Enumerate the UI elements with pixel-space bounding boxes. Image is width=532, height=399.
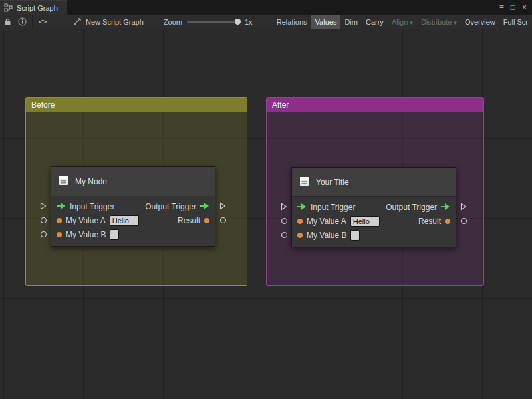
value-port-icon[interactable] bbox=[57, 218, 62, 223]
trigger-input-port[interactable] bbox=[39, 202, 47, 210]
window-close-icon[interactable]: × bbox=[522, 3, 527, 12]
port-row: My Value B bbox=[51, 227, 215, 241]
port-row: Input Trigger Output Trigger bbox=[51, 200, 215, 213]
graph-toolbar: <> New Script Graph Zoom 1x Relations Va… bbox=[0, 15, 532, 29]
port-row: My Value A Result bbox=[292, 214, 456, 228]
port-label: My Value A bbox=[307, 217, 346, 226]
trigger-output-port[interactable] bbox=[219, 202, 227, 210]
trigger-arrow-icon[interactable] bbox=[57, 202, 66, 211]
port-label: Input Trigger bbox=[311, 203, 355, 212]
value-port-icon[interactable] bbox=[57, 232, 62, 237]
chevron-down-icon: ▾ bbox=[454, 19, 457, 26]
new-script-graph-label: New Script Graph bbox=[86, 18, 144, 26]
tab-script-graph[interactable]: Script Graph bbox=[0, 0, 67, 15]
group-after-header[interactable]: After bbox=[267, 98, 483, 112]
group-before-header[interactable]: Before bbox=[26, 98, 247, 112]
window-maximize-icon[interactable]: □ bbox=[511, 3, 515, 12]
tab-bar: Script Graph ≡ □ × bbox=[0, 0, 532, 15]
overview-button[interactable]: Overview bbox=[461, 15, 499, 29]
trigger-arrow-icon[interactable] bbox=[297, 203, 307, 212]
fullscreen-button[interactable]: Full Scr bbox=[499, 15, 532, 29]
toolbar-separator bbox=[53, 15, 53, 29]
node-body: Input Trigger Output Trigger My Value A bbox=[51, 196, 215, 246]
port-label: My Value B bbox=[66, 230, 106, 239]
trigger-output-port[interactable] bbox=[460, 203, 467, 211]
zoom-slider-thumb[interactable] bbox=[235, 19, 241, 25]
value-input-port[interactable] bbox=[39, 230, 47, 238]
relations-button[interactable]: Relations bbox=[273, 15, 311, 29]
carry-button[interactable]: Carry bbox=[362, 15, 388, 29]
chevron-down-icon: ▾ bbox=[410, 19, 413, 26]
value-a-field[interactable] bbox=[110, 215, 139, 226]
zoom-value: 1x bbox=[245, 18, 253, 26]
trigger-input-port[interactable] bbox=[280, 203, 288, 211]
distribute-dropdown: Distribute▾ bbox=[417, 15, 461, 29]
zoom-label: Zoom bbox=[164, 18, 182, 26]
port-label: My Value B bbox=[307, 231, 346, 240]
value-input-port[interactable] bbox=[280, 217, 288, 225]
port-label: Input Trigger bbox=[70, 202, 114, 211]
toolbar-separator bbox=[32, 15, 33, 29]
node-header[interactable]: My Node bbox=[51, 167, 215, 196]
trigger-arrow-icon[interactable] bbox=[200, 202, 209, 211]
window-controls: ≡ □ × bbox=[499, 0, 532, 15]
port-label: Output Trigger bbox=[386, 203, 437, 212]
script-graph-tab-icon bbox=[4, 3, 13, 12]
new-script-graph-field[interactable]: New Script Graph bbox=[73, 17, 144, 27]
script-graph-asset-icon bbox=[73, 17, 82, 27]
value-a-field[interactable] bbox=[350, 216, 380, 227]
group-title: Before bbox=[31, 100, 55, 110]
values-button[interactable]: Values bbox=[311, 15, 341, 29]
value-b-field[interactable] bbox=[110, 229, 119, 240]
trigger-arrow-icon[interactable] bbox=[441, 203, 450, 212]
value-port-icon[interactable] bbox=[297, 219, 303, 224]
value-input-port[interactable] bbox=[280, 231, 288, 239]
node-your-title[interactable]: Your Title Input Trigger Output Trigger bbox=[291, 167, 456, 247]
node-my-node[interactable]: My Node Input Trigger Output Trigger bbox=[51, 166, 215, 247]
value-port-icon[interactable] bbox=[297, 233, 303, 238]
port-label: My Value A bbox=[66, 216, 106, 225]
node-body: Input Trigger Output Trigger My Value A bbox=[292, 197, 456, 247]
graph-canvas[interactable]: Before bbox=[0, 29, 532, 399]
info-icon[interactable] bbox=[15, 15, 29, 29]
port-row: My Value A Result bbox=[51, 213, 215, 227]
port-label: Result bbox=[178, 216, 200, 225]
group-title: After bbox=[272, 100, 289, 110]
value-port-icon[interactable] bbox=[204, 218, 209, 223]
value-b-field[interactable] bbox=[350, 230, 360, 241]
node-icon bbox=[58, 175, 69, 188]
zoom-control: Zoom 1x bbox=[164, 18, 253, 26]
code-icon[interactable]: <> bbox=[35, 15, 50, 29]
value-input-port[interactable] bbox=[39, 216, 47, 224]
zoom-slider[interactable] bbox=[187, 21, 240, 23]
node-icon bbox=[299, 176, 310, 189]
node-title: My Node bbox=[75, 177, 107, 186]
lock-icon[interactable] bbox=[0, 15, 15, 29]
window-menu-icon[interactable]: ≡ bbox=[499, 3, 504, 12]
value-output-port[interactable] bbox=[219, 216, 227, 224]
align-dropdown: Align▾ bbox=[388, 15, 417, 29]
tab-title: Script Graph bbox=[17, 4, 58, 12]
port-row: Input Trigger Output Trigger bbox=[292, 200, 456, 214]
toolbar-buttons: Relations Values Dim Carry Align▾ Distri… bbox=[273, 15, 532, 29]
port-row: My Value B bbox=[292, 228, 456, 242]
group-after[interactable]: After bbox=[266, 97, 484, 286]
port-label: Output Trigger bbox=[145, 202, 196, 211]
value-port-icon[interactable] bbox=[445, 219, 450, 224]
group-before[interactable]: Before bbox=[25, 97, 247, 286]
port-label: Result bbox=[418, 217, 441, 226]
dim-button[interactable]: Dim bbox=[340, 15, 362, 29]
node-title: Your Title bbox=[316, 178, 349, 187]
value-output-port[interactable] bbox=[460, 217, 467, 225]
node-header[interactable]: Your Title bbox=[292, 168, 456, 197]
